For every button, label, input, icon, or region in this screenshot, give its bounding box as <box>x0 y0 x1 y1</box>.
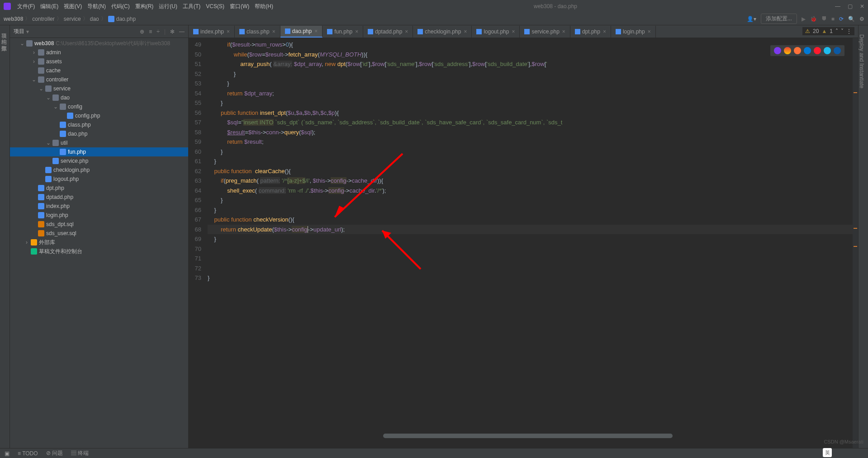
status-square-icon[interactable]: ▣ <box>5 450 9 457</box>
breadcrumb[interactable]: web308〉 controller〉 service〉 dao〉 dao.ph… <box>4 15 136 23</box>
close-tab-icon[interactable]: × <box>355 28 358 35</box>
status-problems[interactable]: ⊘ 问题 <box>46 449 63 457</box>
tree-root[interactable]: ⌄ web308 C:\Users\86135\Desktop\web\代码审计… <box>10 39 188 48</box>
tree-item[interactable]: checklogin.php <box>10 165 188 175</box>
editor-tab[interactable]: class.php× <box>235 26 280 38</box>
tree-item[interactable]: dpt.php <box>10 184 188 193</box>
breadcrumb-root[interactable]: web308 <box>4 16 23 22</box>
tree-item[interactable]: login.php <box>10 211 188 220</box>
editor-tab[interactable]: service.php× <box>520 26 570 38</box>
tree-item[interactable]: ›assets <box>10 57 188 66</box>
tree-item[interactable]: service.php <box>10 156 188 165</box>
tree-item[interactable]: ⌄dao <box>10 93 188 102</box>
editor-tab[interactable]: dptadd.php× <box>363 26 413 38</box>
hide-icon[interactable]: — <box>179 28 185 35</box>
tree-item[interactable]: class.php <box>10 120 188 129</box>
code-editor[interactable]: if($result->num_rows>0){ while($row=$res… <box>204 38 858 448</box>
tree-item[interactable]: ⌄controller <box>10 75 188 84</box>
phpstorm-icon[interactable] <box>774 47 781 54</box>
tree-item[interactable]: index.php <box>10 202 188 211</box>
close-tab-icon[interactable]: × <box>512 28 515 35</box>
tree-item[interactable]: dptadd.php <box>10 193 188 202</box>
editor-tab[interactable]: logout.php× <box>472 26 520 38</box>
left-tool-strip[interactable]: 项目 结构 数据库 <box>0 25 10 448</box>
close-tab-icon[interactable]: × <box>648 28 651 35</box>
up-icon[interactable]: ˄ <box>835 28 838 34</box>
tree-item[interactable]: sds_dpt.sql <box>10 220 188 229</box>
editor-tab[interactable]: dao.php× <box>280 26 323 38</box>
menu-vcs[interactable]: VCS(S) <box>203 3 227 9</box>
menu-file[interactable]: 文件(F) <box>14 3 38 10</box>
editor-tab[interactable]: index.php× <box>189 26 235 38</box>
chrome-icon[interactable] <box>784 47 791 54</box>
tree-item[interactable]: sds_user.sql <box>10 229 188 238</box>
menu-help[interactable]: 帮助(H) <box>252 3 276 10</box>
menu-edit[interactable]: 编辑(E) <box>38 3 61 10</box>
user-icon[interactable]: 👤▾ <box>747 16 756 22</box>
tree-item[interactable]: ⌄service <box>10 84 188 93</box>
options-icon[interactable]: ✻ <box>170 28 175 35</box>
edge-legacy-icon[interactable] <box>804 47 811 54</box>
inspection-widget[interactable]: ⚠20 ▲1 ˄ ˅ ⋮ <box>802 27 854 35</box>
tree-item[interactable]: ›外部库 <box>10 238 188 247</box>
project-tree[interactable]: ⌄ web308 C:\Users\86135\Desktop\web\代码审计… <box>10 38 188 448</box>
horizontal-scrollbar[interactable] <box>383 434 844 438</box>
close-tab-icon[interactable]: × <box>227 28 230 35</box>
tool-tab-deploy[interactable]: Deploy and Instantiate <box>859 34 868 88</box>
tree-item[interactable]: cache <box>10 66 188 75</box>
down-icon[interactable]: ˅ <box>841 28 844 34</box>
expand-icon[interactable]: ≡ <box>149 28 152 35</box>
close-tab-icon[interactable]: × <box>272 28 275 35</box>
tree-item[interactable]: dao.php <box>10 129 188 138</box>
close-tab-icon[interactable]: × <box>603 28 606 35</box>
close-tab-icon[interactable]: × <box>314 28 318 34</box>
firefox-icon[interactable] <box>794 47 801 54</box>
tree-item[interactable]: ⌄util <box>10 138 188 147</box>
menu-tools[interactable]: 工具(T) <box>180 3 203 10</box>
editor-tab[interactable]: login.php× <box>611 26 656 38</box>
tree-item[interactable]: ›admin <box>10 48 188 57</box>
editor-tab[interactable]: fun.php× <box>323 26 363 38</box>
run-icon[interactable]: ▶ <box>802 16 806 22</box>
menu-run[interactable]: 运行(U) <box>156 3 180 10</box>
menu-code[interactable]: 代码(C) <box>109 3 133 10</box>
close-tab-icon[interactable]: × <box>562 28 565 35</box>
editor-tabs[interactable]: index.php×class.php×dao.php×fun.php×dpta… <box>189 25 858 38</box>
debug-icon[interactable]: 🐞 <box>810 16 817 22</box>
tree-item[interactable]: config.php <box>10 111 188 120</box>
menu-navigate[interactable]: 导航(N) <box>85 3 109 10</box>
opera-icon[interactable] <box>814 47 821 54</box>
editor-tab[interactable]: checklogin.php× <box>413 26 472 38</box>
status-terminal[interactable]: ▤ 终端 <box>71 449 89 457</box>
collapse-icon[interactable]: ÷ <box>157 28 160 35</box>
close-icon[interactable]: ✕ <box>860 3 864 9</box>
tree-item[interactable]: logout.php <box>10 175 188 184</box>
update-icon[interactable]: ⟳ <box>839 16 844 22</box>
line-gutter[interactable]: 4950515253545556575859606162636465666768… <box>189 38 204 448</box>
right-tool-strip[interactable]: Deploy and Instantiate <box>858 25 868 448</box>
menu-view[interactable]: 视图(V) <box>61 3 85 10</box>
more-icon[interactable]: ⋮ <box>846 28 852 34</box>
run-config-selector[interactable]: 添加配置... <box>761 14 797 24</box>
tree-item[interactable]: 草稿文件和控制台 <box>10 247 188 256</box>
tree-item[interactable]: ⌄config <box>10 102 188 111</box>
maximize-icon[interactable]: ▢ <box>848 3 853 9</box>
settings-icon[interactable]: ⚙ <box>859 16 864 22</box>
stop-icon[interactable]: ■ <box>831 16 835 22</box>
tree-item[interactable]: fun.php <box>10 147 188 156</box>
close-tab-icon[interactable]: × <box>464 28 467 35</box>
error-stripe[interactable] <box>853 38 858 448</box>
menu-window[interactable]: 窗口(W) <box>227 3 252 10</box>
editor-tab[interactable]: dpt.php× <box>570 26 611 38</box>
search-icon[interactable]: 🔍 <box>848 16 855 22</box>
close-tab-icon[interactable]: × <box>405 28 408 35</box>
edge-icon[interactable] <box>834 47 841 54</box>
open-in-browser-panel[interactable] <box>770 45 844 56</box>
locate-icon[interactable]: ⊕ <box>140 28 144 35</box>
menu-refactor[interactable]: 重构(R) <box>133 3 157 10</box>
status-todo[interactable]: ≡ TODO <box>18 450 38 457</box>
ie-icon[interactable] <box>824 47 831 54</box>
coverage-icon[interactable]: ⛊ <box>821 16 827 22</box>
minimize-icon[interactable]: — <box>835 3 840 9</box>
ime-indicator[interactable]: 英 <box>823 448 832 457</box>
